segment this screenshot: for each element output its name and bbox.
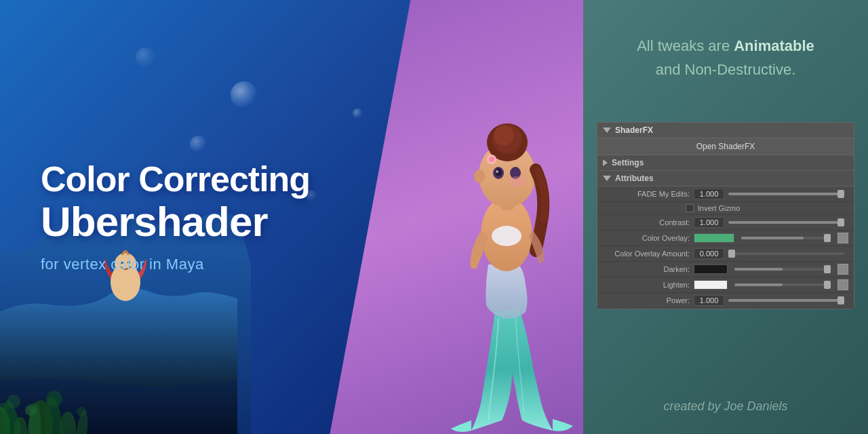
svg-point-33 [489,157,494,162]
subtitle: for vertex color in Maya [41,256,310,274]
fade-my-edits-value[interactable]: 1.000 [694,189,724,199]
settings-label: Settings [612,158,644,167]
color-overlay-amount-slider-handle [728,250,735,258]
darken-slider-fill [734,268,783,271]
color-overlay-amount-label: Color Overlay Amount: [608,250,690,258]
fade-my-edits-label: FADE My Edits: [608,190,690,198]
panel-title: ShaderFX [615,125,653,135]
color-overlay-slider[interactable] [741,237,831,239]
darken-swatch[interactable] [694,264,728,274]
darken-icon[interactable] [837,264,848,275]
contrast-slider-fill [728,221,838,224]
animatable-bold: Animatable [734,37,814,54]
svg-point-16 [7,395,20,408]
fade-my-edits-slider[interactable] [728,193,844,195]
color-overlay-amount-slider[interactable] [728,252,844,255]
panel-header[interactable]: ShaderFX [597,123,854,138]
contrast-value[interactable]: 1.000 [694,217,724,228]
power-slider[interactable] [728,299,844,302]
color-overlay-label: Color Overlay: [608,234,690,242]
color-overlay-row: Color Overlay: [597,231,854,246]
color-overlay-slider-handle [824,234,831,242]
svg-point-34 [509,176,526,187]
credit-text: created by Joe Daniels [583,399,868,414]
contrast-label: Contrast: [608,218,690,226]
lighten-slider-handle [824,281,831,289]
title-line1: Color Correcting [41,160,310,199]
contrast-slider[interactable] [728,221,844,224]
coral-bottom [0,380,203,434]
color-overlay-icon[interactable] [837,233,848,243]
color-overlay-amount-value[interactable]: 0.000 [694,248,724,259]
svg-point-21 [492,226,521,246]
power-slider-handle [837,296,844,304]
darken-slider[interactable] [734,268,831,271]
contrast-row: Contrast: 1.000 [597,215,854,231]
darken-slider-handle [824,265,831,273]
attributes-section-header[interactable]: Attributes [597,171,854,186]
power-label: Power: [608,296,690,304]
animatable-text-suffix: and Non-Destructive. [656,61,796,78]
color-overlay-amount-row: Color Overlay Amount: 0.000 [597,246,854,262]
darken-label: Darken: [608,265,690,273]
invert-gizmo-row: Invert Gizmo [597,202,854,215]
fade-my-edits-row: FADE My Edits: 1.000 [597,186,854,202]
svg-point-17 [28,403,39,414]
animatable-text-prefix: All tweaks are [637,37,734,54]
lighten-row: Lighten: [597,277,854,293]
lighten-label: Lighten: [608,281,690,289]
color-overlay-slider-fill [741,237,804,239]
lighten-slider[interactable] [734,283,831,286]
settings-section-header[interactable]: Settings [597,155,854,171]
lighten-icon[interactable] [837,279,848,290]
settings-expand-icon [603,159,608,166]
open-shaderfx-button[interactable]: Open ShaderFX [597,138,854,155]
svg-point-30 [496,170,498,173]
right-info-panel: All tweaks are Animatable and Non-Destru… [583,0,868,434]
panel-collapse-icon [603,127,611,133]
fade-my-edits-slider-handle [837,190,844,198]
animatable-description: All tweaks are Animatable and Non-Destru… [583,34,868,81]
svg-point-19 [77,407,86,416]
fade-my-edits-slider-fill [728,193,838,195]
shaderfx-panel: ShaderFX Open ShaderFX Settings Attribut… [597,122,854,309]
power-row: Power: 1.000 [597,293,854,309]
svg-point-26 [494,125,514,146]
main-text-block: Color Correcting Ubershader for vertex c… [41,160,310,273]
lighten-slider-fill [734,283,783,286]
invert-gizmo-label: Invert Gizmo [698,204,740,212]
contrast-slider-handle [837,218,844,226]
attributes-label: Attributes [615,174,654,183]
power-slider-fill [728,299,838,302]
lighten-swatch[interactable] [694,280,728,290]
attributes-expand-icon [603,176,611,181]
darken-row: Darken: [597,262,854,277]
power-value[interactable]: 1.000 [694,295,724,306]
color-overlay-swatch[interactable] [694,233,734,243]
invert-gizmo-checkbox[interactable] [686,204,694,212]
mermaid-figure [437,54,587,434]
title-line2: Ubershader [41,199,310,245]
svg-point-18 [46,391,62,407]
svg-point-31 [474,170,485,183]
